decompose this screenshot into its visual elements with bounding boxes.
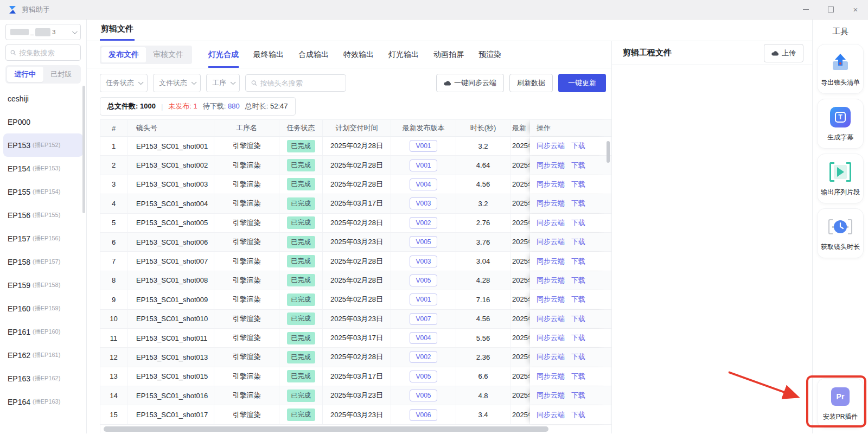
- episode-item[interactable]: EP160 (播EP159): [3, 297, 83, 320]
- process-dropdown[interactable]: 工序: [206, 74, 240, 92]
- close-button[interactable]: ×: [843, 0, 868, 20]
- episode-search[interactable]: [5, 44, 81, 61]
- version-badge[interactable]: V001: [410, 159, 437, 171]
- toggle-published-files[interactable]: 发布文件: [101, 47, 146, 62]
- episode-item[interactable]: EP154 (播EP153): [3, 157, 83, 180]
- category-tab[interactable]: 合成输出: [298, 41, 329, 68]
- category-tab[interactable]: 预渲染: [478, 41, 501, 68]
- tool-generate-subtitle[interactable]: T 生成字幕: [818, 99, 863, 148]
- category-tab[interactable]: 最终输出: [253, 41, 284, 68]
- tab-in-progress[interactable]: 进行中: [7, 67, 43, 82]
- episode-item[interactable]: EP155 (播EP154): [3, 180, 83, 203]
- update-button[interactable]: 一键更新: [558, 74, 606, 92]
- sync-cloud-link[interactable]: 同步云端: [537, 352, 565, 362]
- download-link[interactable]: 下载: [571, 218, 585, 228]
- download-link[interactable]: 下载: [571, 237, 585, 247]
- sidebar-scrollbar[interactable]: [82, 86, 85, 213]
- status-badge: 已完成: [287, 293, 315, 306]
- version-badge[interactable]: V004: [410, 178, 437, 190]
- version-badge[interactable]: V006: [410, 409, 437, 421]
- version-badge[interactable]: V005: [410, 275, 437, 286]
- sync-cloud-link[interactable]: 同步云端: [537, 218, 565, 228]
- download-link[interactable]: 下载: [571, 333, 585, 343]
- version-badge[interactable]: V004: [410, 332, 437, 344]
- category-tab[interactable]: 灯光输出: [388, 41, 419, 68]
- task-status-dropdown[interactable]: 任务状态: [100, 74, 148, 92]
- sync-cloud-link[interactable]: 同步云端: [537, 199, 565, 208]
- version-badge[interactable]: V001: [410, 293, 437, 305]
- version-badge[interactable]: V002: [410, 351, 437, 363]
- tool-export-shot-list[interactable]: 导出镜头清单: [818, 44, 863, 93]
- sync-cloud-link[interactable]: 同步云端: [537, 257, 565, 266]
- episode-item[interactable]: EP000: [3, 110, 83, 133]
- version-badge[interactable]: V005: [410, 236, 437, 248]
- minimize-button[interactable]: [793, 0, 818, 20]
- download-link[interactable]: 下载: [571, 314, 585, 324]
- episode-item[interactable]: EP158 (播EP157): [3, 250, 83, 273]
- download-link[interactable]: 下载: [571, 410, 585, 420]
- total-duration-label: 总时长:: [245, 102, 269, 110]
- episode-item[interactable]: EP153 (播EP152): [3, 133, 83, 157]
- table-horizontal-scrollbar[interactable]: [104, 426, 548, 432]
- tool-export-sequence[interactable]: 输出序列片段: [818, 154, 863, 203]
- sync-cloud-link[interactable]: 同步云端: [537, 237, 565, 247]
- version-badge[interactable]: V005: [410, 390, 437, 401]
- episode-item[interactable]: EP157 (播EP156): [3, 227, 83, 250]
- version-badge[interactable]: V001: [410, 140, 437, 152]
- version-badge[interactable]: V002: [410, 217, 437, 229]
- tab-edit-files[interactable]: 剪辑文件: [100, 24, 135, 41]
- version-badge[interactable]: V005: [410, 371, 437, 382]
- project-selector[interactable]: _ 3: [5, 24, 81, 40]
- sync-cloud-link[interactable]: 同步云端: [537, 161, 565, 170]
- table-row: 13 EP153_SC01_shot015 引擎渲染 已完成 2025年03月1…: [100, 367, 611, 386]
- due-date: 2025年03月23日: [323, 405, 391, 424]
- sync-cloud-button[interactable]: 一键同步云端: [436, 74, 504, 92]
- version-badge[interactable]: V003: [410, 197, 437, 209]
- category-tab[interactable]: 动画拍屏: [433, 41, 464, 68]
- toggle-review-files[interactable]: 审核文件: [146, 47, 190, 62]
- version-badge[interactable]: V007: [410, 313, 437, 325]
- sync-cloud-link[interactable]: 同步云端: [537, 391, 565, 400]
- clipped-column: 2025年: [510, 386, 530, 405]
- sync-cloud-link[interactable]: 同步云端: [537, 180, 565, 189]
- download-link[interactable]: 下载: [571, 141, 585, 151]
- category-tab[interactable]: 灯光合成: [208, 41, 239, 68]
- episode-item[interactable]: EP165 (播EP164): [3, 413, 83, 414]
- tab-sealed[interactable]: 已封版: [43, 67, 80, 82]
- download-link[interactable]: 下载: [571, 180, 585, 189]
- episode-item[interactable]: EP163 (播EP162): [3, 367, 83, 390]
- maximize-button[interactable]: [818, 0, 843, 20]
- tool-install-pr-plugin[interactable]: Pr 安装PR插件: [818, 379, 863, 427]
- sync-cloud-link[interactable]: 同步云端: [537, 141, 565, 151]
- tool-shot-duration[interactable]: 获取镜头时长: [818, 209, 863, 258]
- sync-cloud-link[interactable]: 同步云端: [537, 295, 565, 304]
- upload-button[interactable]: 上传: [764, 44, 803, 62]
- episode-item[interactable]: ceshiji: [3, 87, 83, 110]
- download-link[interactable]: 下载: [571, 295, 585, 304]
- sync-cloud-link[interactable]: 同步云端: [537, 372, 565, 381]
- download-link[interactable]: 下载: [571, 276, 585, 285]
- download-link[interactable]: 下载: [571, 257, 585, 266]
- sync-cloud-link[interactable]: 同步云端: [537, 333, 565, 343]
- table-vertical-scrollbar[interactable]: [607, 141, 610, 163]
- sync-cloud-link[interactable]: 同步云端: [537, 314, 565, 324]
- download-link[interactable]: 下载: [571, 161, 585, 170]
- download-link[interactable]: 下载: [571, 372, 585, 381]
- sync-cloud-link[interactable]: 同步云端: [537, 276, 565, 285]
- episode-item[interactable]: EP161 (播EP160): [3, 320, 83, 343]
- refresh-button[interactable]: 刷新数据: [509, 74, 553, 92]
- episode-item[interactable]: EP159 (播EP158): [3, 273, 83, 297]
- episode-item[interactable]: EP164 (播EP163): [3, 390, 83, 413]
- shot-search[interactable]: [245, 74, 346, 92]
- episode-search-input[interactable]: [19, 49, 76, 57]
- file-status-dropdown[interactable]: 文件状态: [153, 74, 201, 92]
- sync-cloud-link[interactable]: 同步云端: [537, 410, 565, 420]
- version-badge[interactable]: V003: [410, 256, 437, 267]
- download-link[interactable]: 下载: [571, 199, 585, 208]
- download-link[interactable]: 下载: [571, 391, 585, 400]
- category-tab[interactable]: 特效输出: [343, 41, 374, 68]
- episode-item[interactable]: EP156 (播EP155): [3, 203, 83, 227]
- episode-item[interactable]: EP162 (播EP161): [3, 343, 83, 367]
- download-link[interactable]: 下载: [571, 352, 585, 362]
- shot-search-input[interactable]: [260, 79, 340, 87]
